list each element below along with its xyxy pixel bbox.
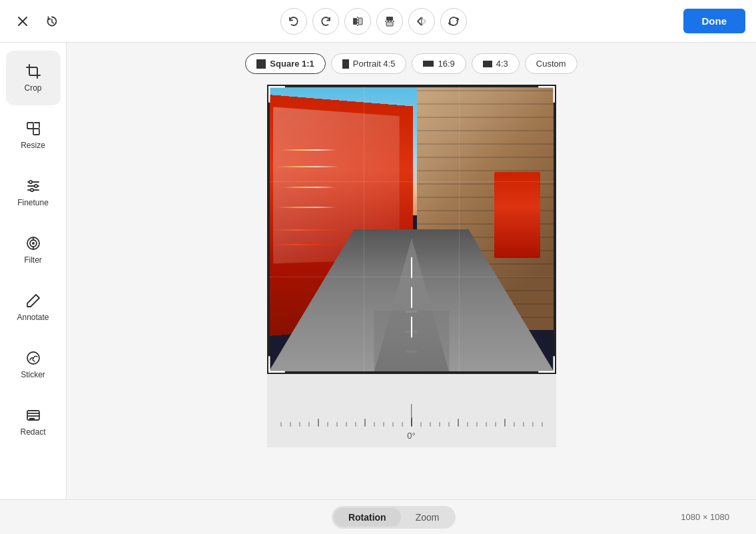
rotation-tick-line xyxy=(267,417,556,427)
annotate-icon xyxy=(25,293,41,309)
image-container: 0° xyxy=(267,85,556,447)
main-area: Crop Resize xyxy=(0,43,756,499)
aspect-portrait-button[interactable]: Portrait 4:5 xyxy=(331,53,407,74)
history-button[interactable] xyxy=(40,9,64,33)
sidebar-item-crop[interactable]: Crop xyxy=(6,51,61,105)
bus-right-layer xyxy=(494,172,540,258)
tick-2 xyxy=(290,422,291,427)
redact-icon xyxy=(25,407,41,423)
tick-13 xyxy=(392,422,394,427)
aspect-16-9-button[interactable]: 16:9 xyxy=(412,53,466,74)
done-button[interactable]: Done xyxy=(683,9,746,33)
sidebar-label-sticker: Sticker xyxy=(21,370,45,379)
rotation-area[interactable]: 0° xyxy=(267,374,556,447)
sidebar-label-crop: Crop xyxy=(24,83,41,93)
sidebar-label-filter: Filter xyxy=(24,255,42,265)
bottom-bar: Rotation Zoom 1080 × 1080 xyxy=(0,499,756,534)
tick-5 xyxy=(318,419,319,427)
tick-29 xyxy=(542,422,543,427)
toolbar-center xyxy=(280,8,467,35)
tick-1 xyxy=(280,422,282,427)
sidebar-label-redact: Redact xyxy=(20,427,45,437)
svg-point-17 xyxy=(34,185,37,187)
sidebar-item-redact[interactable]: Redact xyxy=(6,395,61,449)
tick-28 xyxy=(532,422,534,427)
sidebar-item-sticker[interactable]: Sticker xyxy=(6,337,61,392)
sidebar-item-annotate[interactable]: Annotate xyxy=(6,280,61,335)
top-toolbar: Done xyxy=(0,0,756,43)
tick-17 xyxy=(430,422,431,427)
sidebar-label-annotate: Annotate xyxy=(17,313,49,322)
tick-7 xyxy=(336,422,338,427)
sidebar-label-finetune: Finetune xyxy=(17,198,49,207)
image-scene xyxy=(268,86,555,373)
tick-4 xyxy=(308,422,310,427)
tick-16 xyxy=(420,422,422,427)
sidebar-item-resize[interactable]: Resize xyxy=(6,108,61,163)
tick-27 xyxy=(523,422,524,427)
sidebar-item-filter[interactable]: Filter xyxy=(6,223,61,277)
filter-icon xyxy=(25,235,41,251)
redo-button[interactable] xyxy=(312,8,339,35)
svg-rect-2 xyxy=(353,18,357,25)
aspect-portrait-label: Portrait 4:5 xyxy=(353,59,396,69)
bottom-tabs: Rotation Zoom xyxy=(332,506,456,529)
tick-12 xyxy=(383,422,384,427)
content-area: Square 1:1 Portrait 4:5 16:9 4:3 Custom xyxy=(67,43,756,499)
svg-rect-10 xyxy=(33,129,39,135)
aspect-ratio-bar: Square 1:1 Portrait 4:5 16:9 4:3 Custom xyxy=(245,53,577,74)
portrait-icon xyxy=(342,59,349,69)
tab-rotation[interactable]: Rotation xyxy=(334,508,401,527)
tick-8 xyxy=(346,422,347,427)
sidebar-label-resize: Resize xyxy=(21,141,45,150)
tick-center xyxy=(411,417,412,427)
tick-19 xyxy=(448,422,450,427)
resize-icon xyxy=(25,121,41,137)
square-icon xyxy=(256,59,266,69)
tick-20 xyxy=(458,419,459,427)
aspect-custom-button[interactable]: Custom xyxy=(525,53,577,74)
tick-26 xyxy=(514,422,515,427)
svg-point-16 xyxy=(29,181,31,183)
aspect-square-label: Square 1:1 xyxy=(270,59,314,69)
flip-vertical-button[interactable] xyxy=(376,8,403,35)
tick-10 xyxy=(364,419,366,427)
tick-14 xyxy=(402,422,403,427)
svg-rect-3 xyxy=(358,18,362,25)
tick-18 xyxy=(439,422,440,427)
aspect-16-9-label: 16:9 xyxy=(438,59,454,69)
toolbar-left xyxy=(11,9,64,33)
image-dimensions: 1080 × 1080 xyxy=(681,512,729,522)
tick-24 xyxy=(495,422,496,427)
svg-point-21 xyxy=(32,242,35,245)
tick-6 xyxy=(327,422,328,427)
tick-11 xyxy=(374,422,375,427)
center-tick xyxy=(411,404,412,417)
tick-9 xyxy=(355,422,356,427)
landscape16-icon xyxy=(423,61,434,67)
tick-23 xyxy=(486,422,487,427)
mirror-button[interactable] xyxy=(408,8,435,35)
rotate-button[interactable] xyxy=(440,8,467,35)
svg-rect-5 xyxy=(386,17,393,21)
svg-rect-9 xyxy=(27,123,33,129)
aspect-square-button[interactable]: Square 1:1 xyxy=(245,53,325,74)
left-sidebar: Crop Resize xyxy=(0,43,67,499)
close-button[interactable] xyxy=(11,9,35,33)
sidebar-item-finetune[interactable]: Finetune xyxy=(6,165,61,220)
flip-horizontal-button[interactable] xyxy=(344,8,371,35)
landscape43-icon xyxy=(483,61,492,67)
image-crop-area[interactable] xyxy=(267,85,556,374)
tick-21 xyxy=(467,422,468,427)
tick-3 xyxy=(299,422,300,427)
finetune-icon xyxy=(25,178,41,194)
undo-button[interactable] xyxy=(280,8,307,35)
aspect-4-3-button[interactable]: 4:3 xyxy=(472,53,520,74)
aspect-4-3-label: 4:3 xyxy=(496,59,508,69)
crop-icon xyxy=(25,63,41,79)
svg-rect-6 xyxy=(386,22,393,26)
tick-22 xyxy=(476,422,478,427)
tick-25 xyxy=(504,419,506,427)
svg-point-18 xyxy=(30,189,33,191)
tab-zoom[interactable]: Zoom xyxy=(401,508,454,527)
